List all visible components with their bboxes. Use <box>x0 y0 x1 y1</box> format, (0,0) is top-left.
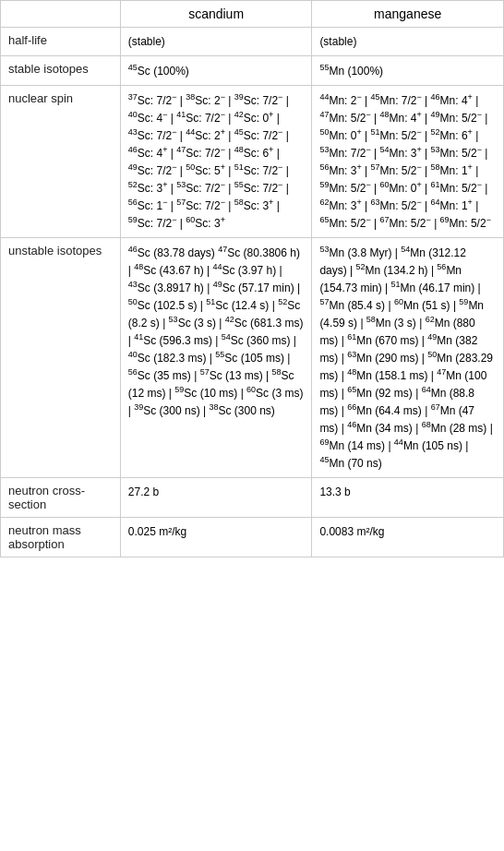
manganese-cell-5: 0.0083 m²/kg <box>312 518 504 557</box>
scandium-cell-4: 27.2 b <box>120 478 312 518</box>
row-label-1: stable isotopes <box>1 56 121 86</box>
manganese-cell-2: 44Mn: 2− | 45Mn: 7/2− | 46Mn: 4+ | 47Mn:… <box>312 86 504 238</box>
row-label-2: nuclear spin <box>1 86 121 238</box>
scandium-cell-2: 37Sc: 7/2− | 38Sc: 2− | 39Sc: 7/2− | 40S… <box>120 86 312 238</box>
scandium-cell-0: (stable) <box>120 28 312 56</box>
scandium-cell-5: 0.025 m²/kg <box>120 518 312 557</box>
manganese-cell-1: 55Mn (100%) <box>312 56 504 86</box>
row-label-0: half-life <box>1 28 121 56</box>
row-label-3: unstable isotopes <box>1 238 121 478</box>
manganese-cell-4: 13.3 b <box>312 478 504 518</box>
manganese-cell-3: 53Mn (3.8 Myr) | 54Mn (312.12 days) | 52… <box>312 238 504 478</box>
header-scandium: scandium <box>120 1 312 28</box>
header-label-col <box>1 1 121 28</box>
row-label-5: neutron mass absorption <box>1 518 121 557</box>
scandium-cell-3: 46Sc (83.78 days) 47Sc (80.3806 h) | 48S… <box>120 238 312 478</box>
manganese-cell-0: (stable) <box>312 28 504 56</box>
row-label-4: neutron cross-section <box>1 478 121 518</box>
scandium-cell-1: 45Sc (100%) <box>120 56 312 86</box>
header-manganese: manganese <box>312 1 504 28</box>
